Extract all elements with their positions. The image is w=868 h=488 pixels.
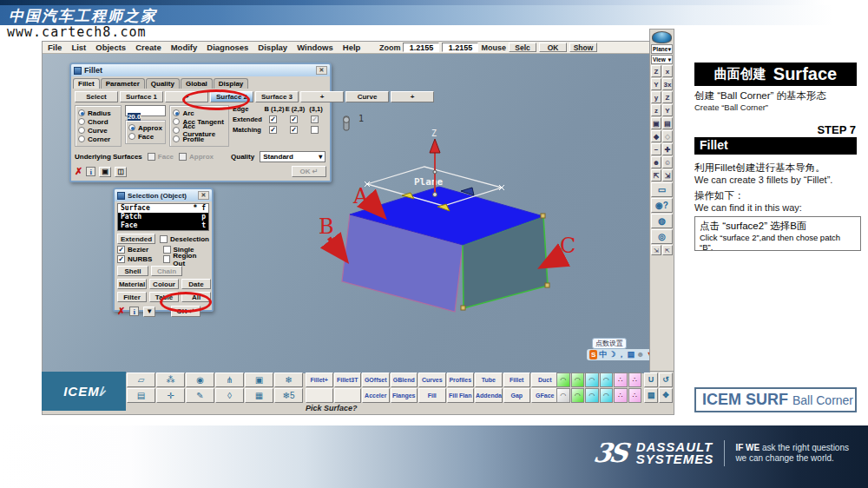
surface-ok-icon[interactable]: ◠ [571,373,585,387]
underlying-face-checkbox[interactable]: Face [148,152,174,162]
menu-item[interactable]: Help [343,43,361,52]
view-select[interactable]: View ▾ [651,55,673,64]
window-split-icon[interactable]: ◫ [115,167,127,177]
selection-filter-button[interactable]: All [181,292,211,302]
sogou-ime-icon[interactable]: S [589,350,597,359]
history-icon[interactable]: ↺ [659,373,673,387]
function-button[interactable]: Tube [475,373,503,387]
fillet-surface-button[interactable]: Curve [345,91,389,102]
selection-list-row[interactable]: Patch p [118,213,208,221]
doc-arrow-icon[interactable]: ▤ [644,388,658,403]
plane-select[interactable]: Plane ▾ [651,44,673,54]
nurbs-checkbox[interactable]: ✓ NURBS [117,254,160,264]
fillet-surface-button[interactable]: Select [75,91,118,102]
corner-snap-icon[interactable]: ⇲ [651,245,661,255]
fillet-type-radio[interactable]: Curve [78,126,118,135]
view-side-y-icon[interactable]: Y [651,78,661,90]
view-y-icon[interactable]: y [651,91,661,103]
view-z2-icon[interactable]: z [651,104,661,116]
function-button[interactable]: Curves [418,373,446,387]
monitor-view-icon[interactable]: ▤ [662,117,673,129]
folder-open-icon[interactable]: ▤ [127,388,155,403]
extended-checkbox[interactable]: ✓ [290,115,298,123]
fillet-surface-button[interactable]: + [391,91,434,102]
function-button[interactable]: Duct [531,373,559,387]
info-icon[interactable]: i [129,307,139,316]
menu-item[interactable]: List [71,43,86,52]
function-button[interactable]: Gap [503,388,531,403]
menu-item[interactable]: Create [135,43,161,52]
fillet-tab[interactable]: Quality [146,78,180,89]
view-z-icon[interactable]: Z [662,91,673,103]
function-button[interactable]: Fill Flan [447,388,475,403]
scale-down-icon[interactable]: ⇱ [651,169,661,181]
filter-icon[interactable]: ▼ [143,307,155,317]
mouse-mode-button[interactable]: Selc [509,43,536,52]
search-objects-icon[interactable]: ◉? [651,198,673,213]
mouse-mode-button[interactable]: Show [569,43,597,52]
function-button[interactable]: Fillet [503,373,531,387]
projector-view-icon[interactable]: ▣ [651,117,661,129]
snowflake-5-icon[interactable]: ❄5 [274,388,303,403]
selection-dialog-titlebar[interactable]: Selection (Object) ✕ [115,189,212,201]
site-url[interactable]: www.cartech8.com [0,25,868,39]
matching-checkbox[interactable]: ✓ [269,126,277,134]
move-all-icon[interactable]: ✥ [659,388,673,403]
chinese-mode-icon[interactable]: 中 [599,350,607,359]
selection-filter-button[interactable]: Table [149,292,179,302]
fillet-dialog-titlebar[interactable]: Fillet ✕ [71,64,330,76]
hierarchy-icon[interactable]: ⋔ [215,373,244,387]
snowflake-icon[interactable]: ❄ [274,373,303,387]
close-icon[interactable]: ✕ [198,191,209,200]
function-button[interactable]: Fillet+ [306,373,333,387]
cancel-icon[interactable]: ✗ [75,166,82,177]
pin-marker[interactable]: 1 [344,114,364,130]
magnifier-icon[interactable]: ◎ [651,229,673,244]
selection-filter-button[interactable]: Date [181,279,211,289]
selection-filter-button[interactable]: Material [117,279,147,289]
info-icon[interactable]: i [86,167,95,176]
menu-item[interactable]: Modify [171,43,198,52]
grid-icon[interactable]: ▦ [245,388,273,403]
extended-button[interactable]: Extended [117,234,155,244]
close-icon[interactable]: ✕ [316,66,327,75]
fillet-arc-radio[interactable]: Acc Curvature [173,126,226,135]
corner-snap2-icon[interactable]: ⇱ [662,245,673,255]
function-button[interactable] [334,388,362,403]
fillet-surface-button[interactable]: Surface 3 [255,91,299,102]
fillet-type-radio[interactable]: Corner [78,135,118,143]
halfwidth-moon-icon[interactable]: ☽ [608,350,615,359]
zoom-input-2[interactable] [442,43,478,52]
points-ok-icon[interactable]: ∴ [614,373,628,387]
shaded-box-icon[interactable]: ◆ [651,130,661,142]
punctuation-icon[interactable]: ， [617,350,625,359]
mouse-mode-button[interactable]: OK [539,43,567,52]
vertex-handle[interactable] [541,214,545,218]
function-button[interactable]: Acceler [362,388,390,403]
zoom-in-icon[interactable]: ✚ [662,143,673,155]
function-button[interactable]: Profiles [447,373,475,387]
zoom-input-1[interactable] [403,43,439,52]
cancel-icon[interactable]: ✗ [117,306,125,317]
menu-item[interactable]: Windows [297,43,333,52]
sketch-curve-icon[interactable]: ✎ [186,388,214,403]
points-ok2-icon[interactable]: ∴ [628,373,642,387]
view-front-z-icon[interactable]: Z [651,65,661,77]
matching-checkbox[interactable]: ✓ [290,126,298,134]
fillet-ok-button[interactable]: OK ↵ [292,166,326,177]
scatter-icon[interactable]: ∴ [614,388,628,403]
zoom-out-icon[interactable]: − [651,143,661,155]
selection-filter-button[interactable]: Filter [117,292,147,302]
fillet-fit-radio[interactable]: Face [128,132,163,141]
view-x-icon[interactable]: x [662,65,673,77]
surface-display-icon[interactable]: ▱ [127,373,155,387]
curve-alt-icon[interactable]: ◠ [585,388,599,403]
eraser-icon[interactable]: ◊ [215,388,244,403]
fillet-surface-button[interactable]: Surface 2 [210,91,253,102]
curve-alt2-icon[interactable]: ◠ [600,388,614,403]
scan-points-icon[interactable]: ⁂ [156,373,185,387]
function-button[interactable]: GFace [531,388,559,403]
trackball-widget[interactable] [652,31,672,43]
move-cross-icon[interactable]: ✛ [156,388,185,403]
function-button[interactable] [306,388,333,403]
